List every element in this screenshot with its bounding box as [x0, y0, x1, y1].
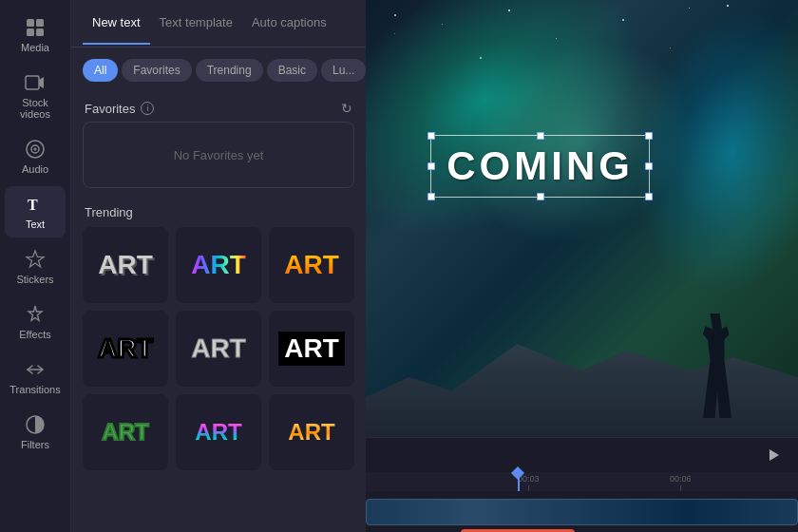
text-style-label-2: ART — [191, 250, 246, 280]
media-icon — [25, 17, 46, 38]
video-clip[interactable] — [366, 499, 798, 525]
tab-new-text[interactable]: New text — [83, 2, 150, 45]
svg-rect-0 — [27, 19, 34, 27]
svg-text:T: T — [28, 197, 38, 213]
playhead[interactable] — [518, 472, 520, 491]
text-style-label-9: ART — [288, 419, 334, 446]
timeline-track — [366, 491, 798, 532]
ruler-label-2: 00:06 — [670, 474, 692, 484]
svg-rect-4 — [26, 76, 39, 89]
svg-rect-2 — [27, 28, 34, 36]
filter-bar: All Favorites Trending Basic Lu... ▾ — [71, 48, 366, 93]
person-silhouette — [694, 314, 741, 418]
stars-layer — [366, 0, 798, 142]
handle-bottom-left[interactable] — [428, 193, 435, 200]
trending-header: Trending — [71, 200, 366, 227]
text-style-label-7: ART — [102, 419, 148, 446]
sidebar-item-stickers[interactable]: Stickers — [5, 241, 66, 293]
favorites-empty-message: No Favorites yet — [174, 148, 264, 162]
sidebar-item-transitions-label: Transitions — [10, 384, 60, 395]
sidebar-item-text[interactable]: T Text — [5, 186, 66, 238]
filter-basic[interactable]: Basic — [267, 59, 317, 82]
sidebar-item-text-label: Text — [26, 218, 45, 230]
handle-bottom-right[interactable] — [645, 193, 653, 200]
stickers-icon — [25, 249, 46, 270]
filter-lu[interactable]: Lu... — [321, 59, 366, 82]
sidebar-item-audio[interactable]: Audio — [5, 131, 66, 182]
text-style-card-1[interactable]: ART — [83, 227, 168, 303]
tab-text-template[interactable]: Text template — [150, 2, 242, 45]
sidebar-item-effects-label: Effects — [19, 329, 50, 340]
text-panel: New text Text template Auto captions All… — [71, 0, 366, 532]
text-style-label-3: ART — [284, 250, 339, 280]
sidebar-item-transitions[interactable]: Transitions — [5, 352, 66, 403]
sidebar-item-media-label: Media — [21, 42, 49, 53]
text-style-card-4[interactable]: ART — [83, 311, 168, 387]
coming-selection-box: COMING — [430, 135, 650, 198]
handle-top-right[interactable] — [645, 132, 653, 140]
handle-top-middle[interactable] — [537, 132, 544, 140]
refresh-button[interactable]: ↻ — [341, 101, 352, 116]
filter-all[interactable]: All — [83, 59, 118, 82]
figure-body — [694, 314, 741, 418]
filters-icon — [25, 414, 46, 435]
ruler-mark-2: 00:06 — [670, 474, 692, 491]
handle-left-middle[interactable] — [428, 162, 435, 170]
audio-icon — [25, 139, 46, 160]
transitions-icon — [25, 359, 46, 380]
handle-top-left[interactable] — [428, 132, 435, 140]
text-style-card-5[interactable]: ART — [176, 311, 261, 387]
text-style-label-6: ART — [278, 332, 345, 366]
favorites-box: No Favorites yet — [83, 122, 354, 188]
play-icon — [770, 449, 779, 461]
preview-background: COMING — [366, 0, 798, 437]
text-style-card-7[interactable]: ART — [83, 394, 168, 470]
sidebar-item-filters[interactable]: Filters — [5, 407, 66, 458]
handle-right-middle[interactable] — [645, 162, 653, 170]
svg-rect-3 — [36, 28, 44, 36]
info-icon: i — [141, 102, 154, 115]
timeline-ruler: 00:03 00:06 — [366, 472, 798, 491]
coming-text: COMING — [446, 143, 634, 188]
sidebar-item-audio-label: Audio — [22, 163, 48, 175]
sidebar-item-stickers-label: Stickers — [16, 274, 53, 285]
timeline-controls — [366, 438, 798, 472]
timeline: 00:03 00:06 — [366, 437, 798, 532]
filter-favorites[interactable]: Favorites — [122, 59, 191, 82]
text-styles-grid: ART ART ART ART ART ART ART ART — [71, 227, 366, 470]
text-style-card-6[interactable]: ART — [269, 311, 354, 387]
sidebar-item-filters-label: Filters — [21, 439, 49, 450]
landscape — [366, 285, 798, 437]
sidebar-item-effects[interactable]: Effects — [5, 296, 66, 348]
text-style-label-5: ART — [191, 333, 246, 364]
stock-videos-icon — [25, 72, 46, 93]
effects-icon — [25, 304, 46, 325]
text-style-card-3[interactable]: ART — [269, 227, 354, 303]
svg-rect-1 — [36, 19, 44, 27]
play-button[interactable] — [760, 442, 787, 468]
video-preview[interactable]: COMING — [366, 0, 798, 437]
handle-bottom-middle[interactable] — [537, 193, 544, 200]
sidebar-item-stock-videos-label: Stock videos — [9, 97, 62, 120]
coming-text-container[interactable]: COMING — [430, 135, 650, 198]
svg-point-7 — [34, 148, 37, 151]
sidebar-item-stock-videos[interactable]: Stock videos — [5, 65, 66, 127]
text-style-card-8[interactable]: ART — [176, 394, 261, 470]
main-area: COMING 00:03 — [366, 0, 798, 532]
text-style-label-8: ART — [195, 419, 241, 446]
text-icon: T — [25, 194, 46, 215]
filter-trending[interactable]: Trending — [196, 59, 263, 82]
sidebar: Media Stock videos Audio T Text — [0, 0, 71, 532]
panel-tabs: New text Text template Auto captions — [71, 0, 366, 48]
text-style-card-2[interactable]: ART — [176, 227, 261, 303]
tab-auto-captions[interactable]: Auto captions — [242, 2, 336, 45]
favorites-header: Favorites i ↻ — [71, 93, 366, 122]
favorites-title: Favorites i — [85, 102, 154, 116]
text-style-label-4: ART — [98, 333, 153, 364]
text-style-card-9[interactable]: ART — [269, 394, 354, 470]
text-style-label-1: ART — [98, 250, 153, 280]
panel-content: Favorites i ↻ No Favorites yet Trending … — [71, 93, 366, 532]
sidebar-item-media[interactable]: Media — [5, 10, 66, 61]
